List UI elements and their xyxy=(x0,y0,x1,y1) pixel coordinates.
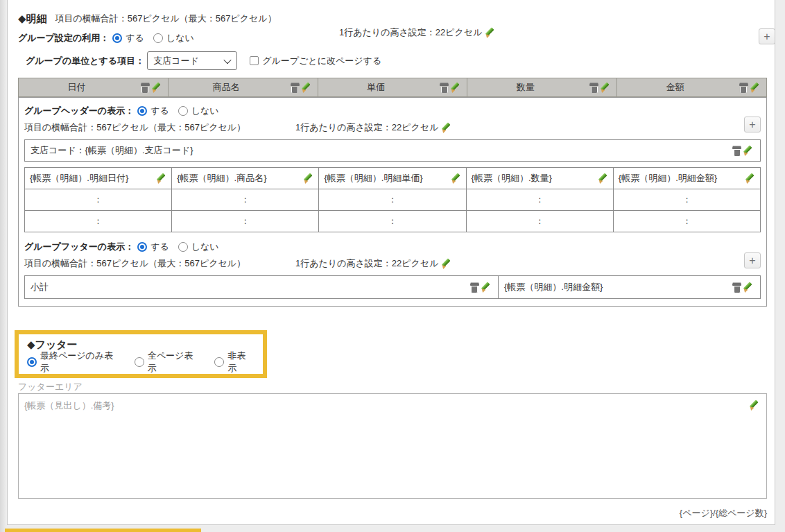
pencil-icon[interactable] xyxy=(749,400,761,411)
group-footer-width-total: 項目の横幅合計：567ピクセル（最大：567ピクセル） xyxy=(24,257,245,270)
column-label: 金額 xyxy=(666,81,718,94)
trash-icon[interactable] xyxy=(732,145,742,157)
footer-lastpage-radio[interactable] xyxy=(27,357,37,367)
detail-section-title: ◆明細 xyxy=(18,12,47,26)
detail-placeholder: {帳票（明細）.数量} xyxy=(472,172,552,185)
pencil-icon[interactable] xyxy=(750,82,761,94)
footer-area-box: {帳票（見出し）.備考} xyxy=(18,393,767,499)
group-header-add-button[interactable]: + xyxy=(744,117,761,132)
pencil-icon[interactable] xyxy=(450,82,462,94)
pencil-icon[interactable] xyxy=(441,122,453,134)
group-use-no-label: しない xyxy=(166,32,194,44)
detail-section-header: ◆明細 項目の横幅合計：567ピクセル（最大：567ピクセル） xyxy=(18,11,767,26)
trash-icon[interactable] xyxy=(469,282,480,293)
group-use-no-radio[interactable] xyxy=(153,33,163,43)
continuation-cell: ： xyxy=(24,189,172,211)
detail-row-continuation: ： ： ： ： ： xyxy=(24,210,761,232)
detail-cell: {帳票（明細）.数量} xyxy=(466,167,614,189)
cutoff-highlight-strip xyxy=(5,529,201,532)
detail-placeholder: {帳票（明細）.明細単価} xyxy=(324,172,422,185)
continuation-cell: ： xyxy=(466,210,614,232)
settings-panel: ◆明細 項目の横幅合計：567ピクセル（最大：567ピクセル） 1行あたりの高さ… xyxy=(7,0,775,525)
footer-lastpage-label: 最終ページのみ表示 xyxy=(40,350,121,375)
column-label: 数量 xyxy=(517,81,568,94)
footer-allpages-radio[interactable] xyxy=(135,357,144,367)
row-height-label: 1行あたりの高さ設定：22ピクセル xyxy=(295,257,438,270)
group-footer-no-label: しない xyxy=(191,241,219,253)
continuation-cell: ： xyxy=(171,210,319,232)
detail-cell: {帳票（明細）.明細単価} xyxy=(318,167,466,189)
detail-placeholder: {帳票（明細）.明細金額} xyxy=(619,172,717,185)
column-label: 単価 xyxy=(367,81,418,94)
pencil-icon[interactable] xyxy=(743,282,754,293)
continuation-cell: ： xyxy=(171,189,319,211)
page-counter: {ページ}/{総ページ数} xyxy=(18,507,767,518)
group-header-text: 支店コード：{帳票（明細）.支店コード} xyxy=(31,144,193,157)
subtotal-value: {帳票（明細）.明細金額} xyxy=(504,281,603,293)
column-header-quantity: 数量 xyxy=(467,78,617,97)
group-footer-toggle-row: グループフッターの表示： する しない xyxy=(24,239,761,255)
pencil-icon[interactable] xyxy=(303,173,315,185)
group-header-row: 支店コード：{帳票（明細）.支店コード} xyxy=(24,139,761,162)
group-header-no-label: しない xyxy=(191,105,219,117)
pagebreak-label: グループごとに改ページする xyxy=(262,55,381,67)
footer-hidden-label: 非表示 xyxy=(227,350,255,375)
pencil-icon[interactable] xyxy=(598,173,610,185)
footer-allpages-label: 全ページ表示 xyxy=(148,350,202,375)
pencil-icon[interactable] xyxy=(600,82,612,94)
pencil-icon[interactable] xyxy=(151,82,163,94)
pencil-icon[interactable] xyxy=(451,173,463,185)
detail-row-height-setting: 1行あたりの高さ設定：22ピクセル xyxy=(339,26,497,39)
chevron-down-icon xyxy=(223,55,231,63)
trash-icon[interactable] xyxy=(589,82,599,94)
pagebreak-checkbox[interactable] xyxy=(250,56,259,65)
footer-area-value: {帳票（見出し）.備考} xyxy=(24,400,114,411)
group-footer-row-height: 1行あたりの高さ設定：22ピクセル xyxy=(295,257,453,270)
continuation-cell: ： xyxy=(613,189,761,211)
group-footer-row: 小計 {帳票（明細）.明細金額} xyxy=(24,275,761,299)
group-footer-no-radio[interactable] xyxy=(178,242,188,252)
column-header-product: 商品名 xyxy=(168,78,318,97)
trash-icon[interactable] xyxy=(290,82,300,94)
pencil-icon[interactable] xyxy=(301,82,313,94)
detail-row-placeholders: {帳票（明細）.明細日付} {帳票（明細）.商品名} {帳票（明細）.明細単価}… xyxy=(24,167,761,189)
group-header-no-radio[interactable] xyxy=(178,106,188,116)
column-header-amount: 金額 xyxy=(616,78,767,97)
group-header-meta-row: 項目の横幅合計：567ピクセル（最大：567ピクセル） 1行あたりの高さ設定：2… xyxy=(24,120,761,135)
group-header-yes-label: する xyxy=(150,105,169,117)
group-header-width-total: 項目の横幅合計：567ピクセル（最大：567ピクセル） xyxy=(24,121,245,134)
group-header-row-height: 1行あたりの高さ設定：22ピクセル xyxy=(295,121,453,134)
group-header-toggle-label: グループヘッダーの表示： xyxy=(24,105,134,117)
detail-add-button[interactable]: + xyxy=(759,28,775,44)
subtotal-label: 小計 xyxy=(31,281,49,293)
group-footer-add-button[interactable]: + xyxy=(744,252,761,268)
detail-row-height-label: 1行あたりの高さ設定：22ピクセル xyxy=(339,26,482,39)
group-footer-yes-radio[interactable] xyxy=(137,242,147,252)
detail-row-continuation: ： ： ： ： ： xyxy=(24,189,761,211)
trash-icon[interactable] xyxy=(439,82,449,94)
trash-icon[interactable] xyxy=(140,82,150,94)
pencil-icon[interactable] xyxy=(745,173,757,185)
group-unit-label: グループの単位とする項目： xyxy=(26,55,144,67)
group-header-yes-radio[interactable] xyxy=(137,106,147,116)
pencil-icon[interactable] xyxy=(156,173,168,185)
group-footer-toggle-label: グループフッターの表示： xyxy=(24,241,134,253)
pencil-icon[interactable] xyxy=(743,145,754,157)
group-footer-meta-row: 項目の横幅合計：567ピクセル（最大：567ピクセル） 1行あたりの高さ設定：2… xyxy=(24,256,761,271)
pencil-icon[interactable] xyxy=(441,258,453,270)
group-use-yes-radio[interactable] xyxy=(112,33,122,43)
column-label: 商品名 xyxy=(213,81,273,94)
continuation-cell: ： xyxy=(466,189,614,211)
pencil-icon[interactable] xyxy=(485,27,497,39)
pencil-icon[interactable] xyxy=(481,282,492,293)
detail-width-total: 項目の横幅合計：567ピクセル（最大：567ピクセル） xyxy=(55,12,277,25)
trash-icon[interactable] xyxy=(732,282,742,293)
footer-hidden-radio[interactable] xyxy=(214,357,224,367)
trash-icon[interactable] xyxy=(739,82,749,94)
group-use-yes-label: する xyxy=(126,32,144,44)
subtotal-value-cell: {帳票（明細）.明細金額} xyxy=(498,275,761,299)
footer-area-label: フッターエリア xyxy=(18,381,767,392)
column-header-date: 日付 xyxy=(18,78,169,97)
subtotal-cell: 小計 xyxy=(24,275,499,299)
group-unit-select[interactable]: 支店コード xyxy=(147,51,237,70)
